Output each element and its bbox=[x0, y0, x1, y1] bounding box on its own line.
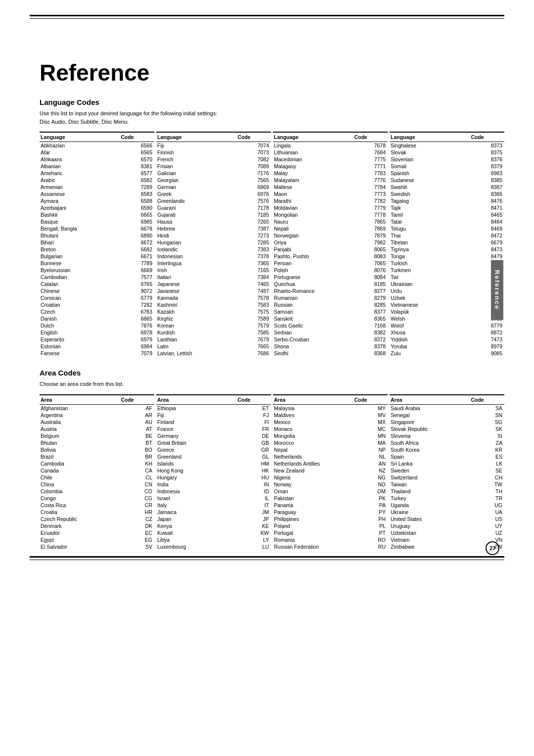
language-name: Fiji bbox=[156, 142, 236, 149]
table-row: Lingala7678 bbox=[273, 142, 388, 149]
language-name: Swedish bbox=[390, 190, 470, 197]
table-row: Sri LankaLK bbox=[390, 460, 504, 467]
language-name: Nepali bbox=[273, 225, 353, 232]
table-row: Catalan6765 bbox=[40, 281, 154, 287]
table-row: Persian7065 bbox=[273, 260, 388, 267]
table-row: Turkish8482 bbox=[390, 260, 504, 267]
language-code: 8382 bbox=[353, 329, 388, 336]
table-row: UruguayUY bbox=[390, 522, 504, 529]
language-code: 7579 bbox=[236, 322, 271, 329]
area-code: UY bbox=[470, 522, 504, 529]
language-name: Malay bbox=[273, 170, 353, 177]
area-code: FJ bbox=[236, 412, 271, 419]
area-col-2: Area Code EthiopiaETFijiFJFinlandFIFranc… bbox=[156, 394, 273, 550]
language-code: 6583 bbox=[120, 190, 154, 197]
table-row: KenyaKE bbox=[156, 522, 271, 529]
language-name: Yoruba bbox=[390, 343, 470, 350]
area-code: UA bbox=[470, 509, 504, 516]
language-code: 6979 bbox=[120, 336, 154, 343]
language-name: Kannada bbox=[156, 294, 236, 301]
language-name: Cambodian bbox=[40, 274, 120, 281]
table-row: PortugalPT bbox=[273, 529, 388, 536]
language-name: Vietnamese bbox=[390, 301, 470, 308]
table-row: Korean7579 bbox=[156, 322, 271, 329]
table-row: Kirghiz7589 bbox=[156, 315, 271, 322]
area-code: FI bbox=[236, 419, 271, 425]
area-code: OM bbox=[353, 488, 388, 495]
language-name: Estonian bbox=[40, 343, 120, 350]
table-row: CroatiaHR bbox=[40, 509, 154, 516]
language-name: Tamil bbox=[390, 211, 470, 218]
table-row: Serbian8382 bbox=[273, 329, 388, 336]
table-row: TurkeyTR bbox=[390, 495, 504, 502]
table-row: Quechua8185 bbox=[273, 281, 388, 287]
table-row: Swahili8387 bbox=[390, 184, 504, 190]
area-name: Uganda bbox=[390, 502, 470, 509]
table-row: Tigrinya8473 bbox=[390, 246, 504, 253]
area-code: MC bbox=[353, 425, 388, 432]
area-code: CH bbox=[470, 474, 504, 481]
table-row: Slovenian8376 bbox=[390, 156, 504, 163]
area-code-header-4: Code bbox=[470, 395, 504, 405]
area-name: Oman bbox=[273, 488, 353, 495]
table-row: Welsh6789 bbox=[390, 315, 504, 322]
area-code: AR bbox=[120, 412, 154, 419]
table-row: Mongolian7778 bbox=[273, 211, 388, 218]
language-code: 8381 bbox=[120, 163, 154, 170]
table-row: FranceFR bbox=[156, 425, 271, 432]
language-name: Shona bbox=[273, 343, 353, 350]
table-row: UzbekistanUZ bbox=[390, 529, 504, 536]
area-name: Bhutan bbox=[40, 439, 120, 446]
table-row: Latvian, Lettish7686 bbox=[156, 350, 271, 357]
area-name: Colombia bbox=[40, 488, 120, 495]
language-code: 8385 bbox=[470, 177, 504, 184]
area-col-4: Area Code Saudi ArabiaSASenegalSNSingapo… bbox=[390, 394, 504, 550]
area-name: India bbox=[156, 481, 236, 488]
area-name: Kuwait bbox=[156, 529, 236, 536]
area-code: EG bbox=[120, 536, 154, 543]
language-code: 9072 bbox=[120, 287, 154, 294]
area-name: Netherlands Antilles bbox=[273, 460, 353, 467]
language-name: Spanish bbox=[390, 170, 470, 177]
language-name: Tatar bbox=[390, 218, 470, 225]
table-row: ChileCL bbox=[40, 474, 154, 481]
table-row: Nepali7869 bbox=[273, 225, 388, 232]
area-name: China bbox=[40, 481, 120, 488]
language-code: 8378 bbox=[353, 343, 388, 350]
table-row: CambodiaKH bbox=[40, 460, 154, 467]
area-name: Panama bbox=[273, 502, 353, 509]
area-name: Belgium bbox=[40, 432, 120, 439]
language-code: 6865 bbox=[120, 315, 154, 322]
area-name: Maldives bbox=[273, 412, 353, 419]
language-code: 8479 bbox=[470, 253, 504, 260]
language-name: Bulgarian bbox=[40, 253, 120, 260]
table-row: EcuadorEC bbox=[40, 529, 154, 536]
area-code: TW bbox=[470, 481, 504, 488]
language-name: Pashto, Pushto bbox=[273, 253, 353, 260]
language-name: Urdu bbox=[390, 287, 470, 294]
language-name: Byelorussian bbox=[40, 267, 120, 274]
language-code: 6682 bbox=[120, 246, 154, 253]
table-row: Scots Gaelic7168 bbox=[273, 322, 388, 329]
language-code: 8386 bbox=[470, 190, 504, 197]
area-name: Poland bbox=[273, 522, 353, 529]
table-row: Turkmen8475 bbox=[390, 267, 504, 274]
area-name: Hungary bbox=[156, 474, 236, 481]
language-code: 6570 bbox=[120, 156, 154, 163]
table-row: IslandsHM bbox=[156, 460, 271, 467]
table-row: Tatar8484 bbox=[390, 218, 504, 225]
language-code: 6577 bbox=[120, 170, 154, 177]
table-row: RomaniaRO bbox=[273, 536, 388, 543]
language-code: 6665 bbox=[120, 211, 154, 218]
table-row: Yiddish7473 bbox=[390, 336, 504, 343]
language-name: Sudanese bbox=[390, 177, 470, 184]
language-name: Volapük bbox=[390, 308, 470, 315]
area-name: Sweden bbox=[390, 467, 470, 474]
table-row: Burmese7789 bbox=[40, 260, 154, 267]
table-row: Pashto, Pushto8083 bbox=[273, 253, 388, 260]
language-code: 7775 bbox=[353, 156, 388, 163]
language-name: Kazakh bbox=[156, 308, 236, 315]
area-code: SE bbox=[470, 467, 504, 474]
area-name: Pakistan bbox=[273, 495, 353, 502]
language-code: 7783 bbox=[353, 170, 388, 177]
